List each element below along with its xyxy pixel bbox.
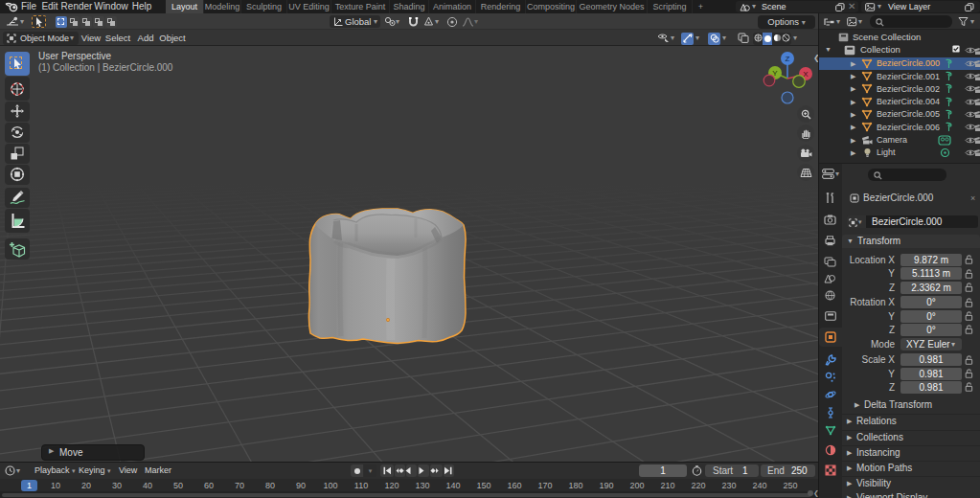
svg-text:Z: Z: [786, 55, 790, 63]
